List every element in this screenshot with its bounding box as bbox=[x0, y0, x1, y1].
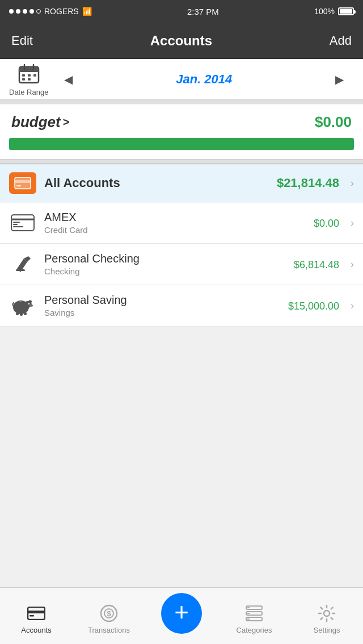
svg-rect-7 bbox=[22, 78, 25, 80]
dot-2 bbox=[16, 9, 20, 14]
amex-right: $0.00 bbox=[314, 217, 339, 230]
accounts-tab-label: Accounts bbox=[21, 626, 51, 634]
svg-rect-17 bbox=[16, 269, 25, 271]
all-accounts-icon bbox=[9, 172, 36, 194]
nav-bar: Edit Accounts Add bbox=[0, 23, 363, 59]
date-range-col: Date Range bbox=[9, 62, 48, 96]
svg-rect-11 bbox=[16, 185, 21, 187]
svg-rect-4 bbox=[22, 74, 25, 77]
svg-point-21 bbox=[28, 303, 29, 304]
amex-amount: $0.00 bbox=[314, 218, 339, 230]
calendar-icon[interactable] bbox=[16, 62, 41, 87]
budget-left: budget > bbox=[11, 113, 69, 131]
checking-right: $6,814.48 bbox=[294, 258, 339, 271]
saving-amount: $15,000.00 bbox=[288, 300, 339, 312]
status-time: 2:37 PM bbox=[187, 7, 219, 16]
divider-1 bbox=[0, 100, 363, 104]
svg-rect-27 bbox=[24, 312, 27, 315]
budget-amount: $0.00 bbox=[315, 113, 352, 131]
amex-info: AMEX Credit Card bbox=[44, 211, 306, 235]
dot-3 bbox=[23, 9, 27, 14]
tab-transactions[interactable]: $ Transactions bbox=[73, 588, 145, 644]
svg-rect-28 bbox=[19, 301, 22, 302]
divider-2 bbox=[0, 159, 363, 164]
status-bar: ROGERS 📶 2:37 PM 100% bbox=[0, 0, 363, 23]
amex-chevron-icon: › bbox=[351, 217, 354, 229]
svg-point-22 bbox=[29, 304, 33, 307]
tab-bar: Accounts $ Transactions + bbox=[0, 587, 363, 644]
checking-amount: $6,814.48 bbox=[294, 259, 339, 271]
empty-area bbox=[0, 327, 363, 429]
svg-text:$: $ bbox=[107, 609, 111, 618]
add-button[interactable]: Add bbox=[330, 33, 352, 48]
carrier-label: ROGERS bbox=[44, 7, 79, 16]
all-accounts-row[interactable]: All Accounts $21,814.48 › bbox=[0, 164, 363, 202]
saving-info: Personal Saving Savings bbox=[44, 294, 280, 317]
svg-point-20 bbox=[28, 300, 32, 303]
svg-rect-6 bbox=[33, 74, 36, 77]
budget-row[interactable]: budget > $0.00 bbox=[0, 104, 363, 135]
saving-right: $15,000.00 bbox=[288, 299, 339, 312]
all-accounts-amount: $21,814.48 bbox=[277, 176, 339, 190]
dot-5 bbox=[36, 9, 41, 14]
checking-icon bbox=[9, 252, 36, 277]
accounts-tab-icon bbox=[26, 603, 47, 624]
svg-rect-1 bbox=[19, 67, 39, 72]
svg-point-41 bbox=[324, 611, 330, 616]
svg-rect-25 bbox=[16, 312, 19, 315]
battery-label: 100% bbox=[314, 7, 335, 16]
svg-rect-16 bbox=[13, 226, 23, 227]
date-bar: Date Range ◀ Jan. 2014 ▶ bbox=[0, 59, 363, 100]
status-right: 100% bbox=[314, 7, 354, 16]
amex-name: AMEX bbox=[44, 211, 306, 224]
svg-rect-5 bbox=[28, 74, 31, 77]
settings-tab-icon bbox=[316, 603, 337, 624]
date-range-label: Date Range bbox=[9, 88, 48, 96]
edit-button[interactable]: Edit bbox=[11, 33, 33, 48]
categories-tab-label: Categories bbox=[237, 626, 272, 634]
saving-name: Personal Saving bbox=[44, 294, 280, 307]
svg-rect-8 bbox=[28, 78, 31, 80]
date-nav: ◀ Jan. 2014 ▶ bbox=[54, 68, 354, 91]
prev-month-button[interactable]: ◀ bbox=[60, 68, 77, 91]
wifi-icon: 📶 bbox=[82, 7, 92, 16]
amex-type: Credit Card bbox=[44, 225, 306, 235]
next-month-button[interactable]: ▶ bbox=[331, 68, 348, 91]
checking-info: Personal Checking Checking bbox=[44, 252, 286, 276]
budget-progress-bar bbox=[9, 138, 354, 150]
svg-rect-10 bbox=[15, 180, 31, 183]
saving-chevron-icon: › bbox=[351, 300, 354, 312]
svg-point-23 bbox=[30, 305, 31, 306]
battery-icon bbox=[338, 7, 354, 15]
svg-point-24 bbox=[31, 305, 32, 306]
battery-fill bbox=[340, 9, 352, 14]
add-icon: + bbox=[161, 593, 202, 634]
svg-rect-31 bbox=[29, 615, 34, 617]
account-list: AMEX Credit Card $0.00 › Personal Checki… bbox=[0, 202, 363, 327]
all-accounts-label: All Accounts bbox=[44, 176, 269, 190]
svg-rect-38 bbox=[247, 607, 250, 608]
signal-dots bbox=[9, 9, 41, 14]
tab-accounts[interactable]: Accounts bbox=[0, 588, 73, 644]
tab-settings[interactable]: Settings bbox=[290, 588, 363, 644]
budget-label: budget bbox=[11, 113, 61, 131]
current-date: Jan. 2014 bbox=[176, 72, 232, 87]
tab-add[interactable]: + bbox=[145, 593, 218, 639]
all-accounts-chevron-icon: › bbox=[351, 177, 354, 189]
checking-chevron-icon: › bbox=[351, 259, 354, 270]
svg-rect-30 bbox=[28, 611, 45, 613]
checking-type: Checking bbox=[44, 266, 286, 276]
account-item-saving[interactable]: Personal Saving Savings $15,000.00 › bbox=[0, 285, 363, 327]
account-item-checking[interactable]: Personal Checking Checking $6,814.48 › bbox=[0, 244, 363, 285]
categories-tab-icon bbox=[244, 603, 264, 624]
svg-rect-15 bbox=[13, 224, 18, 225]
progress-container bbox=[0, 135, 363, 159]
svg-rect-40 bbox=[247, 618, 250, 620]
transactions-tab-icon: $ bbox=[99, 603, 119, 624]
amex-icon bbox=[9, 210, 36, 235]
saving-icon bbox=[9, 293, 36, 318]
account-item-amex[interactable]: AMEX Credit Card $0.00 › bbox=[0, 202, 363, 244]
svg-rect-26 bbox=[20, 313, 23, 316]
tab-categories[interactable]: Categories bbox=[218, 588, 290, 644]
dot-1 bbox=[9, 9, 14, 14]
